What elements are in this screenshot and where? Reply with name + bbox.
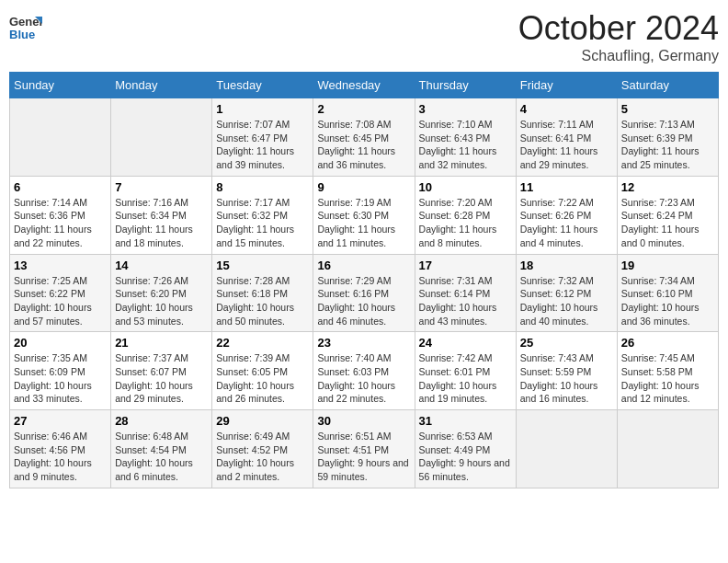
day-cell: 11Sunrise: 7:22 AM Sunset: 6:26 PM Dayli… xyxy=(516,176,617,254)
day-cell: 7Sunrise: 7:16 AM Sunset: 6:34 PM Daylig… xyxy=(111,176,212,254)
week-row-4: 20Sunrise: 7:35 AM Sunset: 6:09 PM Dayli… xyxy=(10,332,719,410)
day-number: 20 xyxy=(14,336,107,350)
col-friday: Friday xyxy=(516,73,617,98)
day-cell xyxy=(516,410,617,488)
day-number: 26 xyxy=(621,336,714,350)
col-tuesday: Tuesday xyxy=(212,73,313,98)
day-number: 12 xyxy=(621,180,714,194)
day-cell: 4Sunrise: 7:11 AM Sunset: 6:41 PM Daylig… xyxy=(516,98,617,177)
day-cell: 27Sunrise: 6:46 AM Sunset: 4:56 PM Dayli… xyxy=(10,410,111,488)
day-info: Sunrise: 6:51 AM Sunset: 4:51 PM Dayligh… xyxy=(317,430,410,484)
day-info: Sunrise: 7:45 AM Sunset: 5:58 PM Dayligh… xyxy=(621,351,714,406)
day-number: 30 xyxy=(317,414,410,428)
svg-text:Blue: Blue xyxy=(9,28,35,41)
day-info: Sunrise: 6:53 AM Sunset: 4:49 PM Dayligh… xyxy=(419,430,512,484)
day-info: Sunrise: 7:40 AM Sunset: 6:03 PM Dayligh… xyxy=(317,351,410,406)
week-row-1: 1Sunrise: 7:07 AM Sunset: 6:47 PM Daylig… xyxy=(10,98,719,177)
day-number: 15 xyxy=(216,259,309,272)
day-cell: 30Sunrise: 6:51 AM Sunset: 4:51 PM Dayli… xyxy=(313,410,415,488)
day-number: 29 xyxy=(216,414,309,428)
week-row-5: 27Sunrise: 6:46 AM Sunset: 4:56 PM Dayli… xyxy=(10,410,719,488)
day-cell: 23Sunrise: 7:40 AM Sunset: 6:03 PM Dayli… xyxy=(313,332,415,410)
day-info: Sunrise: 7:39 AM Sunset: 6:05 PM Dayligh… xyxy=(216,351,309,406)
day-info: Sunrise: 6:46 AM Sunset: 4:56 PM Dayligh… xyxy=(14,430,107,484)
day-cell: 16Sunrise: 7:29 AM Sunset: 6:16 PM Dayli… xyxy=(313,254,415,332)
day-number: 19 xyxy=(621,259,714,272)
calendar-body: 1Sunrise: 7:07 AM Sunset: 6:47 PM Daylig… xyxy=(10,98,719,488)
logo: General Blue xyxy=(9,9,46,42)
day-info: Sunrise: 7:14 AM Sunset: 6:36 PM Dayligh… xyxy=(14,196,107,250)
day-cell: 15Sunrise: 7:28 AM Sunset: 6:18 PM Dayli… xyxy=(212,254,313,332)
day-info: Sunrise: 7:25 AM Sunset: 6:22 PM Dayligh… xyxy=(14,274,107,328)
day-cell xyxy=(617,410,718,488)
day-number: 23 xyxy=(317,336,410,350)
location: Schaufling, Germany xyxy=(518,48,719,64)
title-area: October 2024 Schaufling, Germany xyxy=(518,9,719,64)
day-cell: 31Sunrise: 6:53 AM Sunset: 4:49 PM Dayli… xyxy=(415,410,516,488)
day-info: Sunrise: 7:17 AM Sunset: 6:32 PM Dayligh… xyxy=(216,196,309,250)
day-number: 25 xyxy=(520,336,613,350)
col-monday: Monday xyxy=(111,73,212,98)
day-info: Sunrise: 7:29 AM Sunset: 6:16 PM Dayligh… xyxy=(317,274,410,328)
day-cell: 14Sunrise: 7:26 AM Sunset: 6:20 PM Dayli… xyxy=(111,254,212,332)
day-info: Sunrise: 7:32 AM Sunset: 6:12 PM Dayligh… xyxy=(520,274,613,328)
day-number: 28 xyxy=(115,414,208,428)
day-info: Sunrise: 7:34 AM Sunset: 6:10 PM Dayligh… xyxy=(621,274,714,328)
days-of-week-row: Sunday Monday Tuesday Wednesday Thursday… xyxy=(10,73,719,98)
day-cell: 12Sunrise: 7:23 AM Sunset: 6:24 PM Dayli… xyxy=(617,176,718,254)
day-cell: 18Sunrise: 7:32 AM Sunset: 6:12 PM Dayli… xyxy=(516,254,617,332)
day-cell xyxy=(111,98,212,177)
day-info: Sunrise: 7:20 AM Sunset: 6:28 PM Dayligh… xyxy=(419,196,512,250)
col-thursday: Thursday xyxy=(415,73,516,98)
day-info: Sunrise: 7:31 AM Sunset: 6:14 PM Dayligh… xyxy=(419,274,512,328)
day-info: Sunrise: 7:23 AM Sunset: 6:24 PM Dayligh… xyxy=(621,196,714,250)
day-cell: 29Sunrise: 6:49 AM Sunset: 4:52 PM Dayli… xyxy=(212,410,313,488)
day-cell: 17Sunrise: 7:31 AM Sunset: 6:14 PM Dayli… xyxy=(415,254,516,332)
day-number: 17 xyxy=(419,259,512,272)
calendar-table: Sunday Monday Tuesday Wednesday Thursday… xyxy=(9,72,719,488)
day-number: 2 xyxy=(317,102,410,116)
col-sunday: Sunday xyxy=(10,73,111,98)
day-cell: 6Sunrise: 7:14 AM Sunset: 6:36 PM Daylig… xyxy=(10,176,111,254)
day-info: Sunrise: 7:10 AM Sunset: 6:43 PM Dayligh… xyxy=(419,118,512,172)
day-info: Sunrise: 7:13 AM Sunset: 6:39 PM Dayligh… xyxy=(621,118,714,172)
day-cell: 5Sunrise: 7:13 AM Sunset: 6:39 PM Daylig… xyxy=(617,98,718,177)
day-info: Sunrise: 7:26 AM Sunset: 6:20 PM Dayligh… xyxy=(115,274,208,328)
col-wednesday: Wednesday xyxy=(313,73,415,98)
day-number: 4 xyxy=(520,102,613,116)
day-cell: 8Sunrise: 7:17 AM Sunset: 6:32 PM Daylig… xyxy=(212,176,313,254)
day-info: Sunrise: 7:07 AM Sunset: 6:47 PM Dayligh… xyxy=(216,118,309,172)
day-cell: 21Sunrise: 7:37 AM Sunset: 6:07 PM Dayli… xyxy=(111,332,212,410)
week-row-2: 6Sunrise: 7:14 AM Sunset: 6:36 PM Daylig… xyxy=(10,176,719,254)
day-number: 21 xyxy=(115,336,208,350)
day-number: 31 xyxy=(419,414,512,428)
day-info: Sunrise: 7:37 AM Sunset: 6:07 PM Dayligh… xyxy=(115,351,208,406)
day-cell: 24Sunrise: 7:42 AM Sunset: 6:01 PM Dayli… xyxy=(415,332,516,410)
day-number: 5 xyxy=(621,102,714,116)
day-number: 10 xyxy=(419,180,512,194)
day-number: 22 xyxy=(216,336,309,350)
day-info: Sunrise: 7:19 AM Sunset: 6:30 PM Dayligh… xyxy=(317,196,410,250)
day-number: 13 xyxy=(14,259,107,272)
calendar-header: Sunday Monday Tuesday Wednesday Thursday… xyxy=(10,73,719,98)
day-number: 24 xyxy=(419,336,512,350)
day-info: Sunrise: 6:49 AM Sunset: 4:52 PM Dayligh… xyxy=(216,430,309,484)
day-cell: 28Sunrise: 6:48 AM Sunset: 4:54 PM Dayli… xyxy=(111,410,212,488)
day-number: 11 xyxy=(520,180,613,194)
day-cell: 9Sunrise: 7:19 AM Sunset: 6:30 PM Daylig… xyxy=(313,176,415,254)
day-cell: 3Sunrise: 7:10 AM Sunset: 6:43 PM Daylig… xyxy=(415,98,516,177)
month-title: October 2024 xyxy=(518,9,719,48)
day-number: 8 xyxy=(216,180,309,194)
day-cell: 19Sunrise: 7:34 AM Sunset: 6:10 PM Dayli… xyxy=(617,254,718,332)
day-cell: 1Sunrise: 7:07 AM Sunset: 6:47 PM Daylig… xyxy=(212,98,313,177)
day-number: 27 xyxy=(14,414,107,428)
day-cell: 26Sunrise: 7:45 AM Sunset: 5:58 PM Dayli… xyxy=(617,332,718,410)
day-cell: 22Sunrise: 7:39 AM Sunset: 6:05 PM Dayli… xyxy=(212,332,313,410)
day-info: Sunrise: 7:08 AM Sunset: 6:45 PM Dayligh… xyxy=(317,118,410,172)
col-saturday: Saturday xyxy=(617,73,718,98)
day-info: Sunrise: 7:35 AM Sunset: 6:09 PM Dayligh… xyxy=(14,351,107,406)
day-cell: 10Sunrise: 7:20 AM Sunset: 6:28 PM Dayli… xyxy=(415,176,516,254)
day-number: 7 xyxy=(115,180,208,194)
page-header: General Blue October 2024 Schaufling, Ge… xyxy=(9,9,719,64)
day-number: 9 xyxy=(317,180,410,194)
